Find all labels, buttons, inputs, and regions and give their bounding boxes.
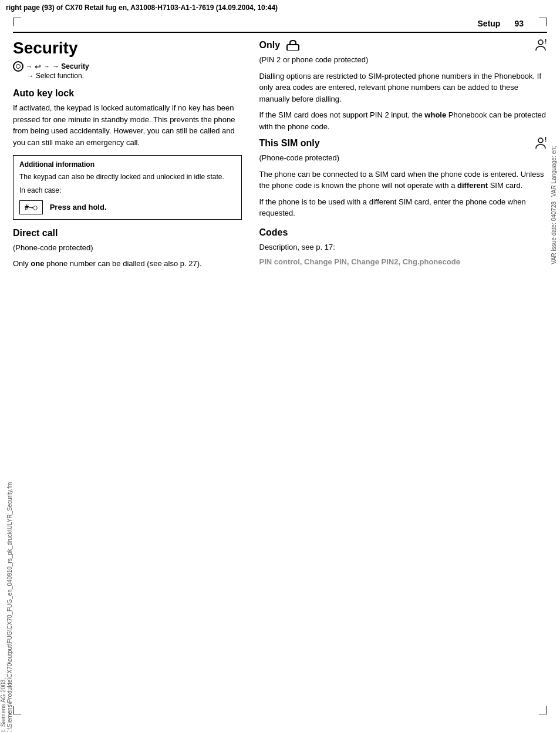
nav-circle-icon bbox=[13, 61, 23, 72]
direct-call-one: one bbox=[31, 259, 44, 268]
this-sim-person-icon: ! bbox=[534, 137, 547, 150]
right-column: Only ! (PIN 2 or phone code protected) D… bbox=[254, 39, 548, 274]
direct-call-protected: (Phone-code protected) bbox=[13, 242, 242, 254]
side-text-right: VAR issue date: 040728 VAR Language: en; bbox=[547, 35, 560, 270]
top-meta-label: right page (93) of CX70 Retail fug en, A… bbox=[0, 0, 560, 14]
this-sim-body1-post: SIM card. bbox=[488, 181, 522, 190]
nav-select-label: Select function. bbox=[36, 72, 84, 80]
this-sim-body1: The phone can be connected to a SIM card… bbox=[259, 169, 548, 192]
codes-description: Description, see p. 17: bbox=[259, 241, 548, 253]
corner-mark-lb bbox=[13, 706, 14, 714]
nav-arrow-2: → bbox=[43, 63, 50, 70]
corner-mark-tr bbox=[539, 18, 547, 18]
only-section-header: Only ! bbox=[259, 39, 548, 52]
svg-point-3 bbox=[538, 138, 543, 143]
direct-call-body: Only one phone number can be dialled (se… bbox=[13, 258, 242, 270]
auto-key-lock-body: If activated, the keypad is locked autom… bbox=[13, 102, 242, 148]
nav-path: → ↩ → → Security → Select function. bbox=[13, 61, 242, 80]
codes-link: PIN control, Change PIN, Change PIN2, Ch… bbox=[259, 257, 548, 266]
nav-circle-inner bbox=[16, 64, 21, 69]
only-body2: If the SIM card does not support PIN 2 i… bbox=[259, 109, 548, 132]
info-box-key-row: #→○ Press and hold. bbox=[19, 200, 235, 214]
nav-return-symbol: ↩ bbox=[35, 62, 41, 71]
this-sim-header: This SIM only ! bbox=[259, 137, 548, 150]
svg-rect-0 bbox=[287, 45, 299, 51]
info-box: Additional information The keypad can al… bbox=[13, 155, 242, 220]
info-box-line1: The keypad can also be directly locked a… bbox=[19, 172, 235, 182]
nav-row-2: → Select function. bbox=[27, 72, 242, 80]
this-sim-protected: (Phone-code protected) bbox=[259, 152, 548, 164]
corner-mark-bl bbox=[13, 714, 21, 714]
this-sim-different: different bbox=[457, 181, 488, 190]
key-symbol: #→○ bbox=[19, 200, 43, 214]
corner-mark-lt bbox=[13, 18, 14, 26]
nav-row-1: → ↩ → → Security bbox=[13, 61, 242, 72]
only-body2-bold: whole bbox=[424, 110, 446, 119]
info-box-title: Additional information bbox=[19, 160, 235, 169]
codes-heading: Codes bbox=[259, 227, 548, 238]
section-title: Security bbox=[13, 39, 242, 58]
auto-key-lock-heading: Auto key lock bbox=[13, 88, 242, 99]
left-column: Security → ↩ → → Security → Select funct… bbox=[13, 39, 254, 274]
only-protected: (PIN 2 or phone code protected) bbox=[259, 54, 548, 66]
corner-mark-rt bbox=[546, 18, 547, 26]
main-content: Security → ↩ → → Security → Select funct… bbox=[13, 33, 547, 274]
nav-security-label: → Security bbox=[52, 62, 89, 70]
lock-icon bbox=[286, 40, 300, 51]
corner-mark-br bbox=[539, 714, 547, 714]
only-body2-pre: If the SIM card does not support PIN 2 i… bbox=[259, 110, 425, 119]
person-warning-icon: ! bbox=[534, 39, 547, 52]
corner-mark-tl bbox=[13, 18, 21, 18]
this-sim-heading: This SIM only bbox=[259, 138, 320, 149]
only-heading: Only bbox=[259, 40, 281, 51]
info-box-line2: In each case: bbox=[19, 186, 235, 196]
svg-text:!: ! bbox=[545, 39, 546, 45]
this-sim-body2: If the phone is to be used with a differ… bbox=[259, 196, 548, 219]
page-header: Setup 93 bbox=[13, 14, 547, 33]
nav-arrow-1: → bbox=[26, 63, 32, 70]
svg-point-1 bbox=[538, 40, 543, 45]
press-hold-label: Press and hold. bbox=[50, 203, 107, 211]
nav-arrow-3: → bbox=[27, 72, 33, 79]
corner-mark-rb bbox=[546, 706, 547, 714]
header-title: Setup bbox=[478, 19, 501, 28]
svg-text:!: ! bbox=[545, 137, 546, 143]
header-page-number: 93 bbox=[514, 19, 524, 28]
direct-call-heading: Direct call bbox=[13, 228, 242, 239]
only-body1: Dialling options are restricted to SIM-p… bbox=[259, 70, 548, 105]
side-text-left: © Siemens AG 2003, C:\Siemens\Produkte\C… bbox=[0, 532, 13, 685]
